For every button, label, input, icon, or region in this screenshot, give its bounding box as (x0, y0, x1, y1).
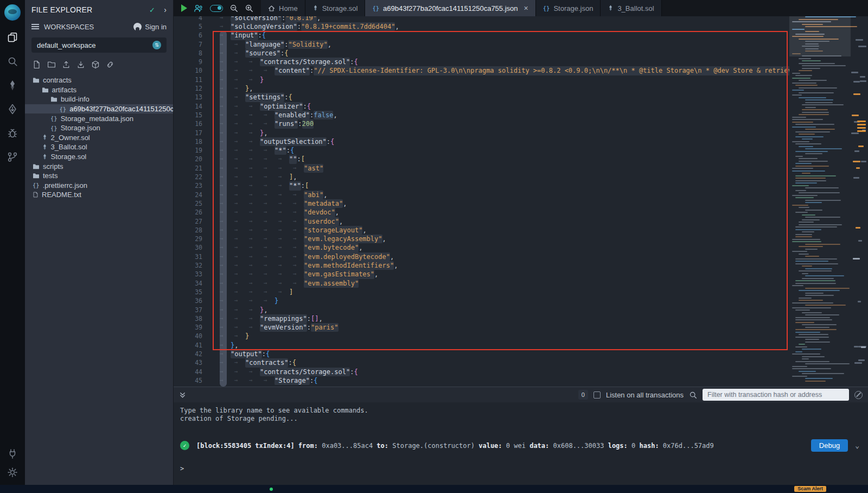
plugin-manager-icon[interactable] (7, 448, 18, 460)
copilot-toggle[interactable] (210, 5, 223, 12)
tab-home[interactable]: Home (261, 0, 305, 16)
terminal-prompt[interactable]: > (180, 465, 861, 472)
tab-storage-sol[interactable]: Storage.sol (305, 0, 366, 16)
scam-alert-badge[interactable]: Scam Alert (794, 486, 826, 492)
workspace-select[interactable]: default_workspace ⇅ (31, 37, 167, 53)
json-file-icon: {} (372, 5, 379, 11)
debug-button[interactable]: Debug (811, 439, 848, 452)
terminal-bar: 0 Listen on all transactions (174, 387, 868, 402)
zoom-in-icon[interactable] (245, 4, 253, 12)
sign-in-button[interactable]: Sign in (145, 23, 167, 31)
folder-icon (33, 173, 40, 179)
listen-checkbox[interactable] (593, 391, 601, 399)
json-file-icon: {} (50, 115, 58, 122)
tree-item--prettierrc-json[interactable]: {}.prettierrc.json (25, 181, 173, 191)
check-icon: ✓ (149, 6, 155, 14)
close-tab-icon[interactable]: × (524, 4, 528, 12)
chevron-right-icon[interactable]: › (164, 5, 167, 14)
run-script-button[interactable] (181, 4, 187, 12)
expand-terminal-icon[interactable] (179, 391, 186, 399)
new-folder-icon[interactable] (47, 60, 56, 69)
terminal-body[interactable]: Type the library name to see available c… (174, 402, 868, 472)
editor-lines: 4→"solcVersion": "0.8.19",5→"solcLongVer… (174, 16, 789, 385)
tab-a69b43f277ba20fcac141151250ca755-json[interactable]: {}a69b43f277ba20fcac141151250ca755.json× (365, 0, 535, 16)
code-line-27: 27→→→→→→"userdoc", (174, 217, 789, 226)
code-line-20: 20→→→→→"": [ (174, 155, 789, 163)
code-line-19: 19→→→→"*": { (174, 146, 789, 155)
terminal: 0 Listen on all transactions Type the li… (174, 387, 868, 485)
debugger-icon[interactable] (7, 127, 18, 139)
tree-item-storage-json[interactable]: {}Storage.json (25, 123, 173, 133)
upload-file-icon[interactable] (62, 60, 71, 69)
remix-ide-window: FILE EXPLORER ✓ › WORKSPACES Sign in def… (0, 0, 868, 493)
transaction-row[interactable]: ✓ [block:5583405 txIndex:4] from: 0xa03.… (180, 439, 861, 452)
terminal-message: Type the library name to see available c… (180, 407, 861, 415)
workspace-name: default_workspace (37, 41, 95, 49)
code-line-28: 28→→→→→→"storageLayout", (174, 226, 789, 235)
folder-icon (50, 96, 58, 102)
tree-item-label: 3_Ballot.sol (51, 143, 87, 151)
link-icon[interactable] (106, 60, 114, 69)
new-file-icon[interactable] (33, 60, 41, 69)
tx-count-badge[interactable]: 0 (578, 390, 588, 400)
tab-label: Storage.json (553, 4, 593, 12)
clear-console-icon[interactable] (854, 391, 863, 399)
code-line-35: 35→→→→→] (174, 288, 789, 296)
tree-item-artifacts[interactable]: artifacts (25, 85, 173, 95)
tree-item-contracts[interactable]: contracts (25, 75, 173, 85)
tree-item-a69b43f277ba20fcac141151250ca7-[interactable]: {}a69b43f277ba20fcac141151250ca7... (25, 104, 173, 114)
tree-item-build-info[interactable]: build-info (25, 94, 173, 104)
search-icon[interactable] (7, 55, 18, 67)
tx-filter-input[interactable] (703, 389, 849, 401)
deploy-run-icon[interactable] (7, 103, 18, 115)
code-line-36: 36→→→→} (174, 296, 789, 305)
tx-success-icon: ✓ (180, 441, 189, 450)
tree-item-storage-sol[interactable]: Storage.sol (25, 152, 173, 162)
code-line-24: 24→→→→→→"abi", (174, 191, 789, 199)
tab-storage-json[interactable]: {}Storage.json (536, 0, 601, 16)
git-icon[interactable] (7, 151, 18, 163)
code-line-21: 21→→→→→→"ast" (174, 164, 789, 173)
code-line-11: 11→→→} (174, 75, 789, 84)
remix-logo[interactable] (4, 4, 21, 21)
tree-item-readme-txt[interactable]: README.txt (25, 190, 173, 200)
ipfs-cube-icon[interactable] (91, 60, 100, 69)
code-line-34: 34→→→→→→"evm.assembly" (174, 279, 789, 288)
tree-item-3-ballot-sol[interactable]: 3_Ballot.sol (25, 142, 173, 152)
tree-item-label: Storage.sol (51, 153, 87, 161)
tree-item-label: tests (43, 172, 58, 180)
file-explorer-icon[interactable] (7, 31, 18, 43)
code-line-38: 38→→→"remappings": [], (174, 314, 789, 323)
minimap[interactable] (789, 16, 868, 387)
solidity-compiler-icon[interactable] (7, 79, 18, 91)
tree-item-label: artifacts (52, 86, 77, 94)
code-line-44: 44→→→"contracts/Storage.sol": { (174, 368, 789, 376)
workspaces-label: WORKSPACES (44, 23, 94, 31)
solidity-file-icon (42, 134, 48, 141)
code-line-45: 45→→→→"Storage": { (174, 376, 789, 385)
solidity-file-icon (312, 4, 318, 12)
editor-topbar: HomeStorage.sol{}a69b43f277ba20fcac14115… (174, 0, 868, 16)
code-line-40: 40→→} (174, 332, 789, 340)
tree-item-2-owner-sol[interactable]: 2_Owner.sol (25, 133, 173, 143)
terminal-search-icon[interactable] (689, 391, 697, 399)
solidity-file-icon (42, 153, 48, 161)
workspace-menu-icon[interactable]: ⇅ (152, 41, 161, 49)
tx-expand-icon[interactable]: ⌄ (855, 441, 859, 450)
settings-gear-icon[interactable] (7, 466, 18, 478)
upload-folder-icon[interactable] (76, 60, 85, 69)
tree-item-scripts[interactable]: scripts (25, 161, 173, 171)
code-editor[interactable]: 4→"solcVersion": "0.8.19",5→"solcLongVer… (174, 16, 868, 387)
solidity-file-icon (608, 4, 614, 12)
copilot-icon[interactable] (194, 4, 203, 12)
zoom-out-icon[interactable] (229, 4, 238, 12)
tree-item-tests[interactable]: tests (25, 171, 173, 181)
tree-item-storage-metadata-json[interactable]: {}Storage_metadata.json (25, 113, 173, 123)
workspaces-menu-icon[interactable] (31, 22, 39, 30)
tab-3-ballot-sol[interactable]: 3_Ballot.sol (601, 0, 661, 16)
code-line-25: 25→→→→→→"metadata", (174, 199, 789, 208)
main-area: HomeStorage.sol{}a69b43f277ba20fcac14115… (174, 0, 868, 485)
code-line-10: 10→→→→"content": "// SPDX-License-Identi… (174, 66, 789, 75)
json-file-icon: {} (543, 5, 550, 11)
minimap-viewport[interactable] (789, 16, 851, 56)
